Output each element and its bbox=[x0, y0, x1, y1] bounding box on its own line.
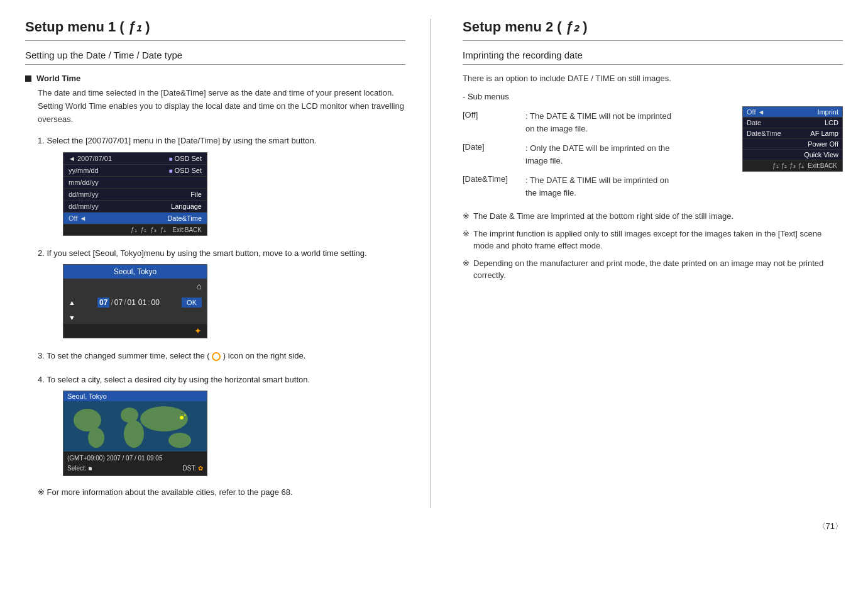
left-section-title: Setting up the Date / Time / Date type bbox=[25, 50, 405, 65]
cities-note: ※ For more information about the availab… bbox=[38, 487, 405, 497]
imprint-row-poweroff: Power Off bbox=[743, 139, 842, 150]
step-1: 1. Select the [2007/07/01] menu in the [… bbox=[38, 135, 405, 236]
cam-row-yymmdd: yy/mm/dd ■ OSD Set bbox=[63, 165, 207, 177]
left-column: Setup menu 1 ( ƒ₁ ) Setting up the Date … bbox=[25, 19, 431, 508]
sub-menu-date: [Date] : Only the DATE will be imprinted… bbox=[463, 142, 736, 167]
ok-button[interactable]: OK bbox=[182, 297, 202, 308]
cities-note-text: ※ For more information about the availab… bbox=[38, 487, 405, 497]
step-2-text: 2. If you select [Seoul, Tokyo]menu by u… bbox=[38, 247, 405, 260]
step-4-text: 4. To select a city, select a desired ci… bbox=[38, 374, 405, 386]
right-section-title: Imprinting the recording date bbox=[463, 50, 843, 65]
step-3: 3. To set the changed summer time, selec… bbox=[38, 350, 405, 362]
notes-section: ※ The Date & Time are imprinted at the b… bbox=[463, 210, 843, 282]
left-title: Setup menu 1 ( ƒ₁ ) bbox=[25, 19, 405, 35]
city-header: Seoul, Tokyo bbox=[63, 265, 207, 279]
cam-nav-1: ƒ₁ ƒ₂ ƒ₃ ƒ₄ Exit:BACK bbox=[63, 225, 207, 235]
cam-row-ddmmyy: dd/mm/yy File bbox=[63, 189, 207, 201]
dst-symbol: ✿ bbox=[198, 465, 203, 472]
sub-menu-off: [Off] : The DATE & TIME will not be impr… bbox=[463, 110, 736, 135]
svg-point-4 bbox=[124, 420, 144, 448]
time-body: ▲ 07 / 07 / 01 01 : 00 OK bbox=[63, 294, 207, 311]
sun-icon bbox=[212, 352, 221, 361]
note-3-text: Depending on the manufacturer and print … bbox=[473, 257, 843, 282]
svg-text:•: • bbox=[184, 412, 186, 418]
note-1-text: The Date & Time are imprinted at the bot… bbox=[473, 210, 733, 223]
map-svg: • bbox=[63, 401, 207, 452]
world-time-label: World Time bbox=[36, 74, 80, 83]
note-2: ※ The imprint function is applied only t… bbox=[463, 228, 843, 252]
step-3-text: 3. To set the changed summer time, selec… bbox=[38, 350, 405, 362]
dst-icon: ✦ bbox=[194, 326, 202, 336]
cam-row-language: dd/mm/yy Language bbox=[63, 201, 207, 213]
note-2-text: The imprint function is applied only to … bbox=[473, 228, 843, 252]
imprint-row-datetime: Date&Time AF Lamp bbox=[743, 128, 842, 139]
svg-point-2 bbox=[88, 428, 104, 448]
step-4: 4. To select a city, select a desired ci… bbox=[38, 374, 405, 477]
sub-label-date: [Date] bbox=[463, 142, 519, 152]
step-2: 2. If you select [Seoul, Tokyo]menu by u… bbox=[38, 247, 405, 339]
sub-menu-datetime: [Date&Time] : The DATE & TIME will be im… bbox=[463, 174, 843, 199]
page-number: 〈71〉 bbox=[25, 521, 843, 532]
sub-label-off: [Off] bbox=[463, 110, 519, 119]
step-1-text: 1. Select the [2007/07/01] menu in the [… bbox=[38, 135, 405, 147]
exit-back-label: Exit:BACK bbox=[172, 226, 202, 233]
svg-point-6 bbox=[168, 433, 191, 448]
imprint-nav: ƒ₁ ƒ₂ ƒ₃ ƒ₄ Exit:BACK bbox=[743, 160, 842, 171]
cam-row-mmddyy: mm/dd/yy bbox=[63, 177, 207, 189]
world-time-desc: The date and time selected in the [Date&… bbox=[38, 87, 405, 126]
bullet-icon bbox=[25, 75, 31, 82]
svg-point-7 bbox=[180, 416, 184, 419]
note-3: ※ Depending on the manufacturer and prin… bbox=[463, 257, 843, 282]
map-city-label: Seoul, Tokyo bbox=[63, 391, 207, 401]
world-time-item: World Time bbox=[25, 74, 405, 83]
time-display: 07 / 07 / 01 01 : 00 bbox=[97, 297, 160, 308]
map-datetime: (GMT+09:00) 2007 / 07 / 01 09:05 bbox=[67, 453, 203, 464]
home-icon: ⌂ bbox=[197, 281, 202, 291]
arrow-down: ▼ bbox=[69, 314, 75, 321]
right-column: Setup menu 2 ( ƒ₂ ) Imprinting the recor… bbox=[456, 19, 843, 508]
sub-desc-datetime: : The DATE & TIME will be imprinted onth… bbox=[525, 174, 669, 199]
sub-label-datetime: [Date&Time] bbox=[463, 174, 519, 184]
world-map: • bbox=[63, 401, 207, 452]
camera-menu-1: ◄ 2007/07/01 ■ OSD Set yy/mm/dd ■ OSD Se… bbox=[63, 152, 207, 236]
sub-desc-date: : Only the DATE will be imprinted on the… bbox=[525, 142, 670, 167]
arrow-up: ▲ bbox=[69, 299, 75, 306]
cam-row-date: ◄ 2007/07/01 ■ OSD Set bbox=[63, 153, 207, 165]
imprint-row-off: Off ◄ Imprint bbox=[743, 107, 842, 118]
imprint-intro: There is an option to include DATE / TIM… bbox=[463, 74, 843, 83]
sub-menus-label: - Sub menus bbox=[463, 92, 843, 101]
camera-menu-3: Seoul, Tokyo bbox=[63, 391, 207, 476]
camera-menu-2: Seoul, Tokyo ⌂ ▲ 07 / 07 / 01 01 bbox=[63, 264, 207, 338]
map-footer: (GMT+09:00) 2007 / 07 / 01 09:05 Select:… bbox=[63, 452, 207, 475]
sub-desc-off: : The DATE & TIME will not be imprintedo… bbox=[525, 110, 671, 135]
right-title: Setup menu 2 ( ƒ₂ ) bbox=[463, 19, 843, 35]
note-1: ※ The Date & Time are imprinted at the b… bbox=[463, 210, 843, 223]
cam-row-datetime: Off ◄ Date&Time bbox=[63, 213, 207, 225]
imprint-row-date: Date LCD bbox=[743, 118, 842, 128]
imprint-exit-label: Exit:BACK bbox=[808, 162, 837, 169]
imprint-row-quickview: Quick View bbox=[743, 150, 842, 160]
imprint-camera-ui: Off ◄ Imprint Date LCD Date&Time AF Lamp… bbox=[742, 106, 843, 172]
